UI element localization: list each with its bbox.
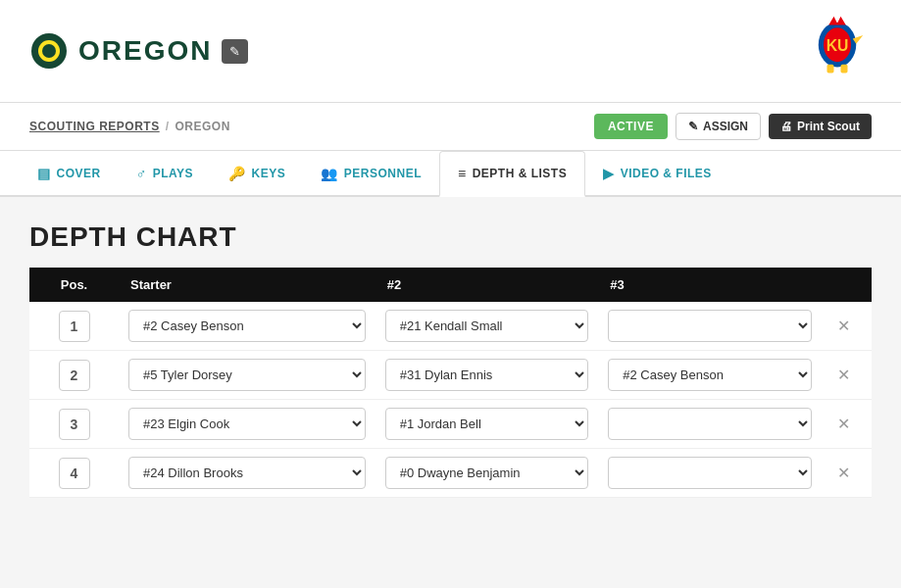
assign-label: ASSIGN — [703, 120, 748, 133]
tab-plays[interactable]: ♂ PLAYS — [119, 152, 211, 197]
tab-personnel-label: PERSONNEL — [344, 167, 422, 180]
breadcrumb-scouting[interactable]: SCOUTING REPORTS — [29, 120, 160, 133]
pos-cell: 4 — [29, 449, 119, 498]
breadcrumb-current: OREGON — [175, 120, 230, 133]
three-cell — [598, 449, 822, 498]
pos-cell: 1 — [29, 302, 119, 351]
delete-cell: ✕ — [822, 351, 872, 400]
col-action — [822, 268, 872, 302]
two-cell: #31 Dylan Ennis — [375, 351, 599, 400]
three-cell — [598, 302, 822, 351]
three-select[interactable] — [608, 457, 812, 489]
svg-rect-10 — [841, 65, 848, 74]
tab-video[interactable]: ▶ VIDEO & FILES — [585, 152, 729, 197]
tab-cover-label: COVER — [57, 167, 101, 180]
table-row: 1 #2 Casey Benson #21 Kendall Small ✕ — [29, 302, 872, 351]
two-select[interactable]: #21 Kendall Small — [385, 310, 589, 342]
table-row: 2 #5 Tyler Dorsey #31 Dylan Ennis #2 Cas… — [29, 351, 872, 400]
two-select[interactable]: #0 Dwayne Benjamin — [385, 457, 589, 489]
tab-cover[interactable]: ▤ COVER — [20, 152, 119, 197]
starter-cell: #24 Dillon Brooks — [119, 449, 375, 498]
pos-badge: 1 — [59, 311, 90, 342]
two-select[interactable]: #1 Jordan Bell — [385, 408, 589, 440]
tab-plays-label: PLAYS — [153, 167, 193, 180]
team-name: OREGON — [78, 35, 212, 67]
header: OREGON ✎ KU — [0, 0, 901, 103]
print-icon: 🖨 — [780, 120, 792, 133]
main-content: DEPTH CHART Pos. Starter #2 #3 1 #2 Case… — [0, 197, 901, 522]
svg-point-2 — [42, 44, 56, 58]
two-cell: #0 Dwayne Benjamin — [375, 449, 599, 498]
col-starter: Starter — [119, 268, 375, 302]
three-select[interactable]: #2 Casey Benson — [608, 359, 812, 391]
cover-icon: ▤ — [37, 166, 51, 181]
starter-select[interactable]: #23 Elgin Cook — [128, 408, 366, 440]
tab-depth-label: DEPTH & LISTS — [473, 167, 568, 180]
svg-rect-9 — [827, 65, 834, 74]
starter-select[interactable]: #24 Dillon Brooks — [128, 457, 366, 489]
video-icon: ▶ — [603, 166, 615, 181]
active-button[interactable]: ACTIVE — [594, 114, 668, 139]
col-two: #2 — [375, 268, 599, 302]
svg-text:KU: KU — [826, 37, 849, 54]
delete-cell: ✕ — [822, 449, 872, 498]
three-cell: #2 Casey Benson — [598, 351, 822, 400]
pos-badge: 2 — [59, 360, 90, 391]
delete-cell: ✕ — [822, 302, 872, 351]
pos-cell: 3 — [29, 400, 119, 449]
tab-video-label: VIDEO & FILES — [621, 167, 712, 180]
pos-badge: 4 — [59, 458, 90, 489]
edit-icon: ✎ — [229, 44, 240, 59]
assign-button[interactable]: ✎ ASSIGN — [676, 113, 761, 140]
delete-row-button[interactable]: ✕ — [831, 313, 856, 339]
two-select[interactable]: #31 Dylan Ennis — [385, 359, 589, 391]
depth-icon: ≡ — [458, 166, 467, 181]
delete-row-button[interactable]: ✕ — [831, 411, 856, 437]
tabs-bar: ▤ COVER ♂ PLAYS 🔑 KEYS 👥 PERSONNEL ≡ DEP… — [0, 151, 901, 197]
header-left: OREGON ✎ — [29, 31, 248, 71]
assign-icon: ✎ — [688, 120, 698, 133]
delete-cell: ✕ — [822, 400, 872, 449]
col-three: #3 — [598, 268, 822, 302]
two-cell: #21 Kendall Small — [375, 302, 599, 351]
opponent-logo: KU — [803, 15, 872, 87]
oregon-o-logo — [29, 31, 69, 71]
depth-chart-table: Pos. Starter #2 #3 1 #2 Casey Benson #21… — [29, 268, 872, 498]
pos-badge: 3 — [59, 409, 90, 440]
plays-icon: ♂ — [136, 166, 147, 181]
col-pos: Pos. — [29, 268, 119, 302]
starter-select[interactable]: #2 Casey Benson — [128, 310, 366, 342]
depth-chart-title: DEPTH CHART — [29, 221, 872, 253]
starter-cell: #23 Elgin Cook — [119, 400, 375, 449]
breadcrumb: SCOUTING REPORTS / OREGON — [29, 120, 230, 133]
keys-icon: 🔑 — [228, 166, 246, 181]
starter-select[interactable]: #5 Tyler Dorsey — [128, 359, 366, 391]
two-cell: #1 Jordan Bell — [375, 400, 599, 449]
tab-keys[interactable]: 🔑 KEYS — [211, 152, 303, 197]
personnel-icon: 👥 — [321, 166, 338, 181]
starter-cell: #2 Casey Benson — [119, 302, 375, 351]
three-select[interactable] — [608, 408, 812, 440]
three-cell — [598, 400, 822, 449]
breadcrumb-separator: / — [166, 120, 170, 133]
print-scout-button[interactable]: 🖨 Print Scout — [769, 114, 872, 139]
table-row: 4 #24 Dillon Brooks #0 Dwayne Benjamin ✕ — [29, 449, 872, 498]
delete-row-button[interactable]: ✕ — [831, 362, 856, 388]
tab-keys-label: KEYS — [252, 167, 286, 180]
print-label: Print Scout — [797, 120, 860, 133]
breadcrumb-bar: SCOUTING REPORTS / OREGON ACTIVE ✎ ASSIG… — [0, 103, 901, 151]
breadcrumb-actions: ACTIVE ✎ ASSIGN 🖨 Print Scout — [594, 113, 872, 140]
tab-personnel[interactable]: 👥 PERSONNEL — [303, 152, 439, 197]
tab-depth[interactable]: ≡ DEPTH & LISTS — [439, 151, 585, 197]
pos-cell: 2 — [29, 351, 119, 400]
edit-team-button[interactable]: ✎ — [222, 39, 248, 64]
table-row: 3 #23 Elgin Cook #1 Jordan Bell ✕ — [29, 400, 872, 449]
delete-row-button[interactable]: ✕ — [831, 460, 856, 486]
three-select[interactable] — [608, 310, 812, 342]
starter-cell: #5 Tyler Dorsey — [119, 351, 375, 400]
